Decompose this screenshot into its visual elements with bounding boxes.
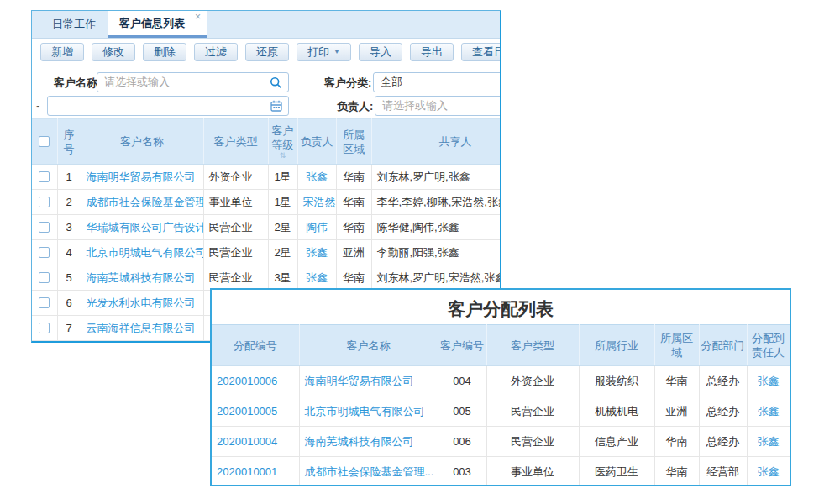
toolbar-button[interactable]: 查看日志	[461, 43, 501, 61]
cell-assignee[interactable]: 张鑫	[747, 457, 790, 487]
cell-owner[interactable]: 张鑫	[297, 165, 336, 190]
table-row: 1海南明华贸易有限公司外资企业1星张鑫华南刘东林,罗广明,张鑫	[32, 165, 501, 190]
customer-name-input[interactable]: 请选择或输入	[97, 72, 289, 92]
search-icon[interactable]	[270, 76, 282, 92]
column-header-industry: 所属行业	[579, 325, 654, 366]
toolbar-button[interactable]: 打印▼	[297, 43, 351, 61]
cell-name[interactable]: 云南海祥信息有限公司	[81, 316, 203, 341]
cell-region: 华南	[336, 190, 371, 215]
cell-name[interactable]: 北京市明城电气有限公司	[299, 396, 438, 427]
toolbar-button-label: 导出	[421, 44, 443, 60]
row-checkbox[interactable]	[39, 171, 50, 182]
date-range-separator: -	[36, 99, 39, 112]
select-all-checkbox[interactable]	[39, 136, 50, 147]
column-header-region: 所属区域	[336, 119, 371, 165]
calendar-icon[interactable]	[270, 100, 282, 114]
cell-owner[interactable]: 陶伟	[297, 215, 336, 240]
cell-grade: 2星	[268, 240, 297, 265]
cell-industry: 服装纺织	[579, 366, 654, 396]
cell-checkbox	[32, 291, 57, 316]
cell-shared: 李勤丽,阳强,张鑫	[371, 240, 501, 265]
cell-owner[interactable]: 宋浩然	[297, 190, 336, 215]
column-header-label: 客户编号	[440, 339, 484, 352]
column-header-label: 分配到责任人	[752, 332, 785, 359]
cell-alloc_no[interactable]: 2020010005	[212, 396, 299, 427]
tab-1[interactable]: 客户信息列表×	[108, 11, 207, 38]
toolbar-button[interactable]: 修改	[92, 43, 135, 61]
column-header-type: 客户类型	[486, 325, 579, 366]
toolbar-button[interactable]: 删除	[143, 43, 186, 61]
search-area: 客户名称: 请选择或输入 客户分类: 全部 -	[32, 66, 500, 118]
cell-name[interactable]: 海南明华贸易有限公司	[81, 165, 203, 190]
cell-type: 外资企业	[203, 165, 268, 190]
toolbar-button-label: 还原	[256, 44, 278, 60]
cell-name[interactable]: 海南芜城科技有限公司	[81, 265, 203, 291]
allocation-table-header-row: 分配编号客户名称客户编号客户类型所属行业所属区域分配部门分配到责任人	[212, 325, 790, 366]
toolbar-button[interactable]: 还原	[245, 43, 289, 61]
column-header-label: 客户名称	[347, 339, 391, 352]
cell-type: 民营企业	[203, 265, 268, 291]
allocation-table: 分配编号客户名称客户编号客户类型所属行业所属区域分配部门分配到责任人 20200…	[212, 324, 790, 486]
owner-placeholder: 请选择或输入	[382, 98, 448, 113]
cell-name[interactable]: 成都市社会保险基金管理...	[81, 190, 203, 215]
cell-type: 外资企业	[486, 366, 579, 396]
table-row: 5海南芜城科技有限公司民营企业3星张鑫华南刘东林,罗广明,宋浩然,张鑫	[32, 265, 501, 291]
row-checkbox[interactable]	[39, 222, 50, 233]
cell-cust_no: 005	[438, 396, 486, 427]
cell-type: 事业单位	[486, 457, 579, 487]
row-checkbox[interactable]	[39, 297, 50, 308]
row-checkbox[interactable]	[39, 247, 50, 258]
column-header-grade[interactable]: 客户等级⇅	[268, 119, 297, 165]
cell-grade: 3星	[268, 265, 297, 291]
cell-owner[interactable]: 张鑫	[297, 240, 336, 265]
cell-alloc_no[interactable]: 2020010006	[212, 366, 299, 396]
close-icon[interactable]: ×	[195, 12, 201, 22]
tab-0[interactable]: 日常工作	[40, 11, 108, 38]
cell-name[interactable]: 海南明华贸易有限公司	[299, 366, 438, 396]
cell-shared: 刘东林,罗广明,张鑫	[371, 165, 501, 190]
allocation-panel-title: 客户分配列表	[212, 290, 790, 324]
customer-category-select[interactable]: 全部	[373, 72, 501, 92]
row-checkbox[interactable]	[39, 323, 50, 333]
cell-name[interactable]: 海南芜城科技有限公司	[299, 427, 438, 457]
cell-type: 民营企业	[486, 427, 579, 457]
cell-type: 民营企业	[203, 215, 268, 240]
owner-input[interactable]: 请选择或输入	[375, 96, 501, 116]
row-checkbox[interactable]	[39, 272, 50, 283]
column-header-shared: 共享人	[371, 119, 501, 165]
row-checkbox[interactable]	[39, 197, 50, 207]
column-header-label: 客户类型	[511, 339, 554, 352]
cell-alloc_no[interactable]: 2020010004	[212, 427, 299, 457]
cell-no: 4	[57, 240, 81, 265]
cell-region: 华南	[336, 265, 371, 291]
toolbar-button[interactable]: 过滤	[194, 43, 238, 61]
cell-name[interactable]: 光发水利水电有限公司	[81, 291, 203, 316]
toolbar-button-label: 删除	[154, 44, 176, 60]
toolbar: 新增修改删除过滤还原打印▼导入导出查看日志	[32, 39, 500, 66]
cell-type: 事业单位	[203, 190, 268, 215]
cell-alloc_no[interactable]: 2020010001	[212, 457, 299, 487]
toolbar-button[interactable]: 导出	[410, 43, 454, 61]
date-input[interactable]	[47, 96, 289, 116]
cell-owner[interactable]: 张鑫	[297, 265, 336, 291]
cell-assignee[interactable]: 张鑫	[747, 366, 790, 396]
cell-no: 2	[57, 190, 81, 215]
column-header-dept: 分配部门	[699, 325, 747, 366]
cell-assignee[interactable]: 张鑫	[747, 396, 790, 427]
customer-table-header-row: 序号客户名称客户类型客户等级⇅负责人所属区域共享人	[32, 119, 501, 165]
sort-icon[interactable]: ⇅	[270, 152, 296, 160]
customer-category-label: 客户分类:	[324, 76, 371, 91]
cell-checkbox	[32, 316, 57, 341]
toolbar-button[interactable]: 导入	[359, 43, 402, 61]
toolbar-button-label: 过滤	[205, 44, 227, 60]
toolbar-button[interactable]: 新增	[40, 43, 84, 61]
cell-type: 民营企业	[486, 396, 579, 427]
column-header-owner: 负责人	[297, 119, 336, 165]
table-row: 2成都市社会保险基金管理...事业单位1星宋浩然华南李华,李婷,柳琳,宋浩然,张…	[32, 190, 501, 215]
cell-name[interactable]: 北京市明城电气有限公司	[81, 240, 203, 265]
cell-name[interactable]: 华瑞城有限公司广告设计部	[81, 215, 203, 240]
cell-assignee[interactable]: 张鑫	[747, 427, 790, 457]
column-header-label: 共享人	[439, 135, 472, 148]
cell-industry: 信息产业	[579, 427, 654, 457]
cell-name[interactable]: 成都市社会保险基金管理...	[299, 457, 438, 487]
